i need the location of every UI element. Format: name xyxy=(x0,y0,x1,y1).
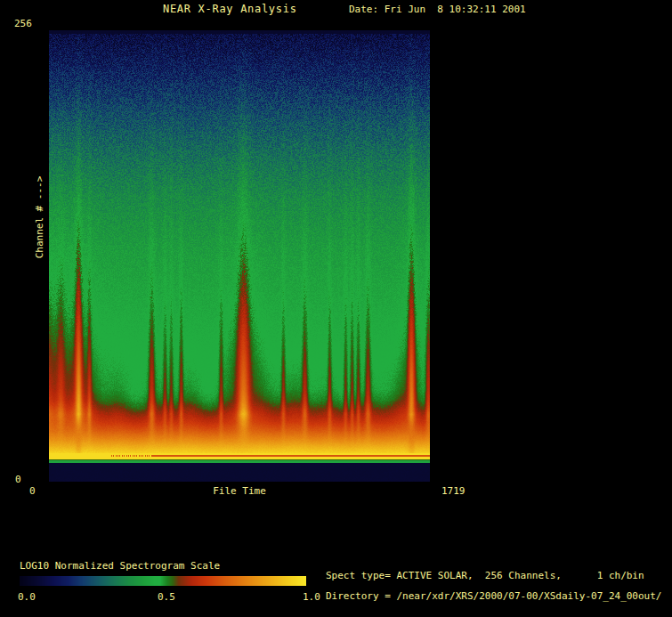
app-window: NEAR X-Ray Analysis Date: Fri Jun 8 10:3… xyxy=(0,0,672,617)
date-label: Date: Fri Jun 8 10:32:11 2001 xyxy=(349,4,526,15)
colorbar-label: LOG10 Normalized Spectrogram Scale xyxy=(20,561,220,572)
spectrogram-image xyxy=(49,30,430,482)
colorbar-tick-1: 0.5 xyxy=(158,592,175,603)
colorbar-gradient xyxy=(20,576,306,586)
y-axis-tick-min: 0 xyxy=(15,475,21,485)
x-axis-label: File Time xyxy=(49,486,430,497)
y-axis-label: Channel # ---> xyxy=(34,164,46,271)
directory-info: Directory = /near/xdr/XRS/2000/07-00/XSd… xyxy=(326,591,662,602)
x-axis-tick-min: 0 xyxy=(29,486,36,497)
spect-type-info: Spect type= ACTIVE SOLAR, 256 Channels, … xyxy=(326,571,644,581)
page-title: NEAR X-Ray Analysis xyxy=(163,4,297,14)
y-axis-tick-max: 256 xyxy=(14,19,32,29)
colorbar-tick-2: 1.0 xyxy=(303,592,320,603)
x-axis-tick-max: 1719 xyxy=(441,486,466,497)
colorbar-tick-0: 0.0 xyxy=(18,592,36,603)
